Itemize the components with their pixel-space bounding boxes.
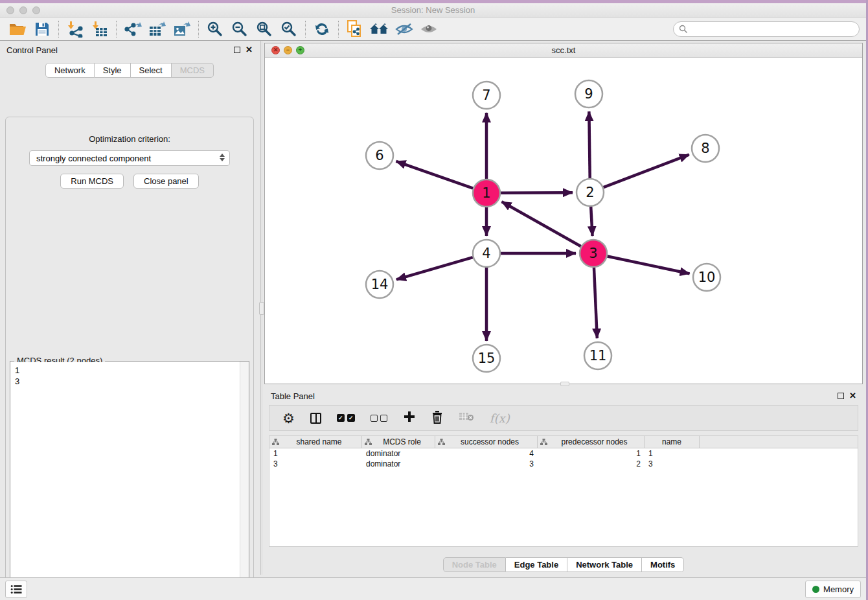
table-tabs: Node Table Edge Table Network Table Moti… [264,557,863,572]
import-network-icon[interactable] [63,19,87,39]
cell-predecessor-nodes[interactable]: 2 [538,459,645,469]
network-view-window: ✕ − + scc.txt 7968124314101511 [264,43,863,384]
tab-select[interactable]: Select [131,63,172,78]
control-panel: Control Panel ✕ Network Style Select MCD… [0,41,259,575]
graph-node-label: 10 [698,270,716,285]
task-history-button[interactable] [5,581,27,598]
search-icon [679,25,688,34]
status-bar: Memory [0,577,866,600]
column-header-successor-nodes[interactable]: successor nodes [435,436,538,448]
float-table-panel-icon[interactable] [838,393,844,399]
cell-shared-name[interactable]: 3 [269,459,362,469]
mcds-result-list[interactable]: 1 3 [11,362,239,600]
search-input[interactable] [673,21,860,37]
column-header-predecessor-nodes[interactable]: predecessor nodes [538,436,645,448]
export-network-icon[interactable] [120,19,145,39]
graph-edge-3-1[interactable] [502,202,581,246]
zoom-fit-icon[interactable] [252,19,277,39]
delete-column-icon[interactable] [431,410,443,426]
tab-network[interactable]: Network [45,63,95,78]
network-canvas[interactable]: 7968124314101511 [265,58,862,384]
tab-mcds[interactable]: MCDS [172,63,214,78]
export-table-icon[interactable] [145,19,170,39]
graph-node-label: 15 [478,351,496,366]
toolbar-divider [305,21,306,38]
network-window-titlebar: ✕ − + scc.txt [265,43,862,58]
close-table-panel-icon[interactable]: ✕ [849,393,856,399]
zoom-selected-icon[interactable] [277,19,301,39]
first-neighbors-icon[interactable] [367,19,392,39]
show-all-icon[interactable] [417,19,441,39]
cell-successor-nodes[interactable]: 4 [435,448,538,459]
table-panel-title: Table Panel [271,391,315,401]
close-panel-icon[interactable]: ✕ [246,47,253,53]
delete-table-icon[interactable] [459,411,474,424]
graph-node-label: 9 [584,86,593,102]
criterion-dropdown[interactable]: strongly connected component [29,150,230,166]
node-table: shared name MCDS role successor nodes pr… [269,435,858,547]
column-type-icon [365,439,372,445]
float-panel-icon[interactable] [234,47,240,53]
app-titlebar: Session: New Session [0,3,866,17]
cell-shared-name[interactable]: 1 [269,448,362,459]
tab-node-table[interactable]: Node Table [443,557,506,572]
import-table-icon[interactable] [87,19,112,39]
column-header-name[interactable]: name [645,436,700,448]
table-row[interactable]: 1 dominator 4 1 1 [269,448,858,459]
select-all-checkboxes-icon[interactable]: ✓✓ [337,414,355,422]
table-row[interactable]: 3 dominator 3 2 3 [269,459,858,469]
graph-edge-2-3[interactable] [591,207,592,236]
toolbar-divider [338,21,339,38]
graph-edge-3-10[interactable] [608,257,690,274]
tab-style[interactable]: Style [95,63,131,78]
add-column-icon[interactable] [403,410,416,426]
refresh-layout-icon[interactable] [310,19,334,39]
graph-edge-4-14[interactable] [396,257,473,279]
graph-edge-2-8[interactable] [604,155,689,188]
memory-button[interactable]: Memory [805,581,861,598]
network-graph[interactable]: 7968124314101511 [265,58,862,384]
panel-splitter[interactable] [260,41,263,575]
column-type-icon [438,439,445,445]
graph-edge-1-2[interactable] [501,192,573,193]
memory-status-dot [812,586,819,593]
close-panel-button[interactable]: Close panel [133,174,199,189]
column-header-mcds-role[interactable]: MCDS role [362,436,435,448]
export-image-icon[interactable] [170,19,194,39]
run-mcds-button[interactable]: Run MCDS [60,174,124,189]
graph-node-label: 11 [589,348,607,363]
graph-edge-1-6[interactable] [396,161,473,189]
hide-selected-icon[interactable] [392,19,417,39]
cell-name[interactable]: 1 [645,448,700,459]
splitter-grip[interactable] [259,302,264,315]
toolbar-divider [116,21,117,38]
tab-motifs[interactable]: Motifs [642,557,684,572]
zoom-in-icon[interactable] [203,19,227,39]
cell-successor-nodes[interactable]: 3 [435,459,538,469]
memory-label: Memory [823,584,854,594]
new-network-from-selection-icon[interactable] [343,19,367,39]
split-columns-icon[interactable] [310,413,321,424]
open-file-icon[interactable] [5,19,30,39]
cell-predecessor-nodes[interactable]: 1 [538,448,645,459]
cell-mcds-role[interactable]: dominator [362,459,435,469]
settings-gear-icon[interactable]: ⚙ [282,411,295,425]
network-resize-grip[interactable] [560,382,569,386]
save-session-icon[interactable] [30,19,54,39]
function-builder-icon[interactable]: f(x) [490,411,510,425]
dropdown-stepper-icon [220,154,225,161]
result-scrollbar[interactable] [240,362,249,600]
zoom-out-icon[interactable] [227,19,252,39]
graph-edge-3-11[interactable] [594,268,597,338]
tab-edge-table[interactable]: Edge Table [506,557,567,572]
list-icon [10,584,22,594]
application-window: Session: New Session [0,0,868,600]
table-toolbar: ⚙ ✓✓ f(x) [269,405,858,431]
cell-mcds-role[interactable]: dominator [362,448,435,459]
deselect-all-checkboxes-icon[interactable] [371,415,387,422]
graph-node-label: 7 [482,87,490,103]
column-header-shared-name[interactable]: shared name [269,436,362,448]
tab-network-table[interactable]: Network Table [567,557,642,572]
cell-name[interactable]: 3 [645,459,700,469]
graph-edge-2-9[interactable] [589,111,589,178]
